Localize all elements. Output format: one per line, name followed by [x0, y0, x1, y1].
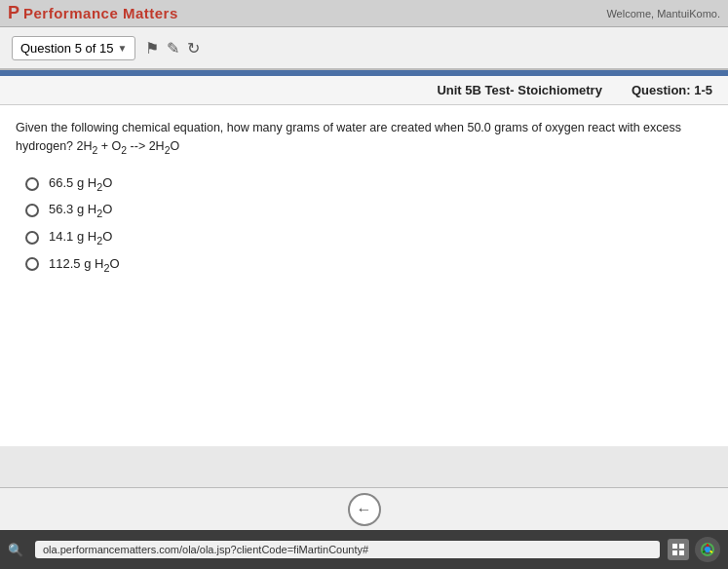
- question-text: Given the following chemical equation, h…: [16, 119, 712, 158]
- option-b[interactable]: 56.3 g H2O: [25, 202, 712, 219]
- main-content: Given the following chemical equation, h…: [0, 105, 728, 446]
- back-arrow-icon: ←: [357, 501, 372, 518]
- unit-title: Unit 5B Test- Stoichiometry: [437, 83, 602, 97]
- option-d-text: 112.5 g H2O: [49, 256, 120, 274]
- search-icon[interactable]: 🔍: [8, 543, 23, 557]
- option-a-text: 66.5 g H2O: [49, 175, 112, 193]
- welcome-text: Welcome, MantuiKomo.: [606, 8, 720, 19]
- radio-d[interactable]: [25, 257, 39, 271]
- back-button[interactable]: ←: [348, 493, 381, 526]
- svg-rect-1: [679, 544, 684, 549]
- option-c-text: 14.1 g H2O: [49, 229, 112, 247]
- radio-b[interactable]: [25, 204, 39, 217]
- option-b-text: 56.3 g H2O: [49, 202, 112, 219]
- chevron-down-icon: ▼: [117, 43, 127, 54]
- toolbar-icons: ⚑ ✎ ↻: [145, 39, 200, 57]
- radio-c[interactable]: [25, 231, 39, 245]
- option-c[interactable]: 14.1 g H2O: [25, 229, 712, 247]
- flag-icon[interactable]: ⚑: [145, 39, 159, 57]
- radio-a[interactable]: [25, 177, 39, 191]
- status-icons: [668, 537, 720, 562]
- start-button[interactable]: [668, 539, 689, 560]
- option-a[interactable]: 66.5 g H2O: [25, 175, 712, 193]
- chrome-icon[interactable]: [695, 537, 720, 562]
- question-bar: Question 5 of 15 ▼ ⚑ ✎ ↻: [0, 27, 728, 70]
- question-label: Question 5 of 15: [20, 41, 113, 56]
- app-title: Performance Matters: [23, 5, 178, 21]
- unit-info-bar: Unit 5B Test- Stoichiometry Question: 1-…: [0, 76, 728, 105]
- svg-rect-2: [672, 550, 677, 555]
- url-bar[interactable]: ola.performancematters.com/ola/ola.jsp?c…: [35, 541, 660, 558]
- refresh-icon[interactable]: ↻: [187, 39, 200, 57]
- top-bar: P Performance Matters Welcome, MantuiKom…: [0, 0, 728, 27]
- option-d[interactable]: 112.5 g H2O: [25, 256, 712, 274]
- svg-point-5: [705, 547, 710, 552]
- question-ref: Question: 1-5: [632, 83, 712, 97]
- logo-icon: P: [8, 3, 19, 23]
- bottom-nav: ←: [0, 487, 728, 530]
- svg-line-8: [703, 551, 706, 553]
- svg-line-7: [710, 551, 713, 553]
- status-bar: 🔍 ola.performancematters.com/ola/ola.jsp…: [0, 530, 728, 569]
- pencil-icon[interactable]: ✎: [167, 39, 179, 57]
- svg-rect-0: [672, 544, 677, 549]
- answer-options: 66.5 g H2O 56.3 g H2O 14.1 g H2O 112.5 g…: [16, 175, 712, 273]
- question-dropdown[interactable]: Question 5 of 15 ▼: [12, 36, 135, 60]
- svg-rect-3: [679, 550, 684, 555]
